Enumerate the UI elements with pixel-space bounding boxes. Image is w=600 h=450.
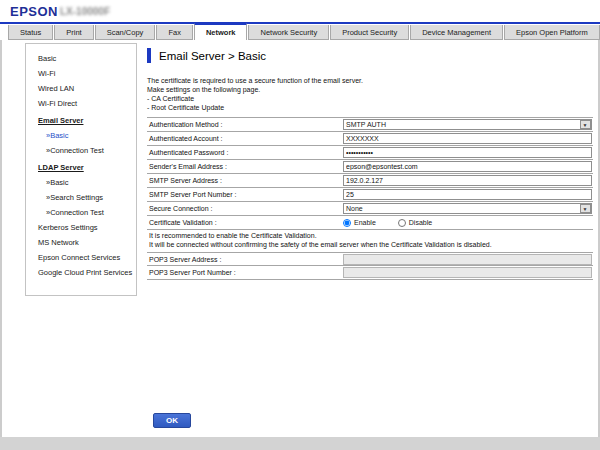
authenticated-password-input[interactable] [343, 147, 592, 158]
tab-fax[interactable]: Fax [156, 25, 193, 40]
tab-device-management[interactable]: Device Management [410, 25, 503, 40]
sidebar-item-email-server-basic[interactable]: »Basic [26, 128, 136, 143]
sidebar-item-email-server-connection-test[interactable]: »Connection Test [26, 143, 136, 158]
pop3-server-address-input [343, 254, 592, 265]
form-row-authentication-method: Authentication Method : SMTP AUTH ▼ [147, 118, 593, 132]
description-line: Make settings on the following page. [147, 85, 593, 94]
field-label: Secure Connection : [147, 205, 343, 212]
email-server-form: Authentication Method : SMTP AUTH ▼ Auth… [147, 117, 593, 280]
form-row-secure-connection: Secure Connection : None ▼ [147, 202, 593, 216]
sidebar-item-epson-connect-services[interactable]: Epson Connect Services [26, 250, 136, 265]
note-line: It is recommended to enable the Certific… [149, 232, 593, 241]
pop3-server-port-input [343, 267, 592, 278]
epson-logo: EPSON [10, 4, 58, 19]
secure-connection-select[interactable]: None ▼ [343, 203, 592, 214]
certificate-validation-disable-option[interactable]: Disable [398, 219, 432, 227]
sidebar-section-ldap-server[interactable]: LDAP Server [26, 160, 136, 175]
tab-epson-open-platform[interactable]: Epson Open Platform [504, 25, 600, 40]
form-row-certificate-validation: Certificate Validation : Enable Disable [147, 216, 593, 230]
field-label: POP3 Server Address : [147, 256, 343, 263]
authentication-method-select[interactable]: SMTP AUTH ▼ [343, 119, 592, 130]
ok-button[interactable]: OK [153, 413, 191, 428]
sidebar-item-ldap-connection-test[interactable]: »Connection Test [26, 205, 136, 220]
note-line: It will be connected without confirming … [149, 241, 593, 250]
title-accent-bar [147, 48, 151, 63]
sidebar-item-ms-network[interactable]: MS Network [26, 235, 136, 250]
form-row-pop3-server-address: POP3 Server Address : [147, 252, 593, 266]
sidebar-nav: Basic Wi-Fi Wired LAN Wi-Fi Direct Email… [25, 43, 137, 296]
field-label: SMTP Server Address : [147, 177, 343, 184]
tab-product-security[interactable]: Product Security [330, 25, 409, 40]
tab-status[interactable]: Status [8, 25, 53, 40]
page-title: Email Server > Basic [159, 50, 266, 62]
main-content: Email Server > Basic The certificate is … [147, 48, 593, 280]
description-line: The certificate is required to use a sec… [147, 76, 593, 85]
smtp-server-address-input[interactable] [343, 175, 592, 186]
enable-radio[interactable] [343, 219, 351, 227]
field-label: Authenticated Account : [147, 135, 343, 142]
form-row-senders-email-address: Sender's Email Address : [147, 160, 593, 174]
form-row-pop3-server-port: POP3 Server Port Number : [147, 266, 593, 280]
disable-radio[interactable] [398, 219, 406, 227]
form-row-authenticated-account: Authenticated Account : [147, 132, 593, 146]
sidebar-item-wired-lan[interactable]: Wired LAN [26, 81, 136, 96]
field-label: Sender's Email Address : [147, 163, 343, 170]
certificate-validation-enable-option[interactable]: Enable [343, 219, 376, 227]
senders-email-address-input[interactable] [343, 161, 592, 172]
tab-bar: Status Print Scan/Copy Fax Network Netwo… [0, 24, 600, 40]
radio-label: Disable [409, 219, 432, 226]
form-row-authenticated-password: Authenticated Password : [147, 146, 593, 160]
form-row-smtp-server-address: SMTP Server Address : [147, 174, 593, 188]
tab-print[interactable]: Print [54, 25, 93, 40]
description-line: - CA Certificate [147, 94, 593, 103]
printer-model-name: LX-10000F [60, 6, 110, 17]
sidebar-item-ldap-basic[interactable]: »Basic [26, 175, 136, 190]
authenticated-account-input[interactable] [343, 133, 592, 144]
certificate-validation-note: It is recommended to enable the Certific… [147, 230, 593, 252]
select-value: SMTP AUTH [346, 121, 386, 128]
tab-network[interactable]: Network [194, 23, 248, 40]
tab-scan-copy[interactable]: Scan/Copy [95, 25, 156, 40]
sidebar-section-email-server[interactable]: Email Server [26, 113, 136, 128]
chevron-down-icon[interactable]: ▼ [580, 120, 591, 129]
radio-label: Enable [354, 219, 376, 226]
sidebar-item-wifi-direct[interactable]: Wi-Fi Direct [26, 96, 136, 111]
footer-band [0, 437, 600, 450]
tab-network-security[interactable]: Network Security [248, 25, 329, 40]
field-label: Authenticated Password : [147, 149, 343, 156]
page-left-border [0, 40, 2, 437]
field-label: POP3 Server Port Number : [147, 269, 343, 276]
field-label: SMTP Server Port Number : [147, 191, 343, 198]
select-value: None [346, 205, 363, 212]
description-line: - Root Certificate Update [147, 103, 593, 112]
field-label: Certificate Validation : [147, 219, 343, 226]
field-label: Authentication Method : [147, 121, 343, 128]
chevron-down-icon[interactable]: ▼ [580, 204, 591, 213]
sidebar-item-google-cloud-print-services[interactable]: Google Cloud Print Services [26, 265, 136, 280]
smtp-server-port-input[interactable] [343, 189, 592, 200]
form-row-smtp-server-port: SMTP Server Port Number : [147, 188, 593, 202]
page-description: The certificate is required to use a sec… [147, 76, 593, 112]
sidebar-item-wifi[interactable]: Wi-Fi [26, 66, 136, 81]
sidebar-item-basic[interactable]: Basic [26, 51, 136, 66]
sidebar-item-kerberos-settings[interactable]: Kerberos Settings [26, 220, 136, 235]
sidebar-item-ldap-search-settings[interactable]: »Search Settings [26, 190, 136, 205]
header: EPSON LX-10000F [0, 0, 600, 22]
